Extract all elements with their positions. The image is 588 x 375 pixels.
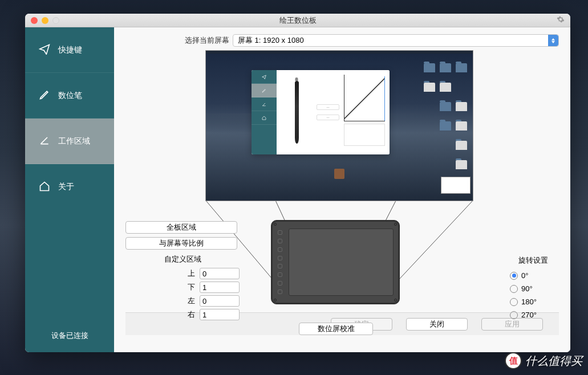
- top-label: 上: [185, 268, 195, 279]
- app-window: 绘王数位板 快捷键 数位笔 工作区域 关于 设备已连接: [25, 14, 570, 352]
- rotation-270[interactable]: 270°: [502, 311, 565, 319]
- screen-select-value: 屏幕 1: 1920 x 1080: [238, 35, 304, 46]
- right-label: 右: [185, 309, 195, 320]
- sidebar-item-label: 快捷键: [58, 45, 82, 55]
- top-field[interactable]: [200, 268, 240, 279]
- paper-plane-icon: [39, 43, 50, 56]
- right-field[interactable]: [200, 309, 240, 320]
- sidebar-item-pen[interactable]: 数位笔: [25, 73, 114, 119]
- watermark: 值 什么值得买: [505, 352, 582, 369]
- gear-icon[interactable]: [557, 15, 565, 25]
- sidebar-item-about[interactable]: 关于: [25, 164, 114, 210]
- maximize-icon[interactable]: [52, 17, 59, 24]
- window-controls: [25, 17, 59, 24]
- status-badge: 设备已连接: [25, 319, 114, 352]
- sidebar-item-shortcuts[interactable]: 快捷键: [25, 27, 114, 73]
- titlebar: 绘王数位板: [25, 14, 570, 27]
- sidebar-item-label: 工作区域: [58, 136, 90, 146]
- screen-select-label: 选择当前屏幕: [185, 35, 229, 46]
- radio-icon: [510, 298, 518, 306]
- bottom-field[interactable]: [200, 282, 240, 293]
- radio-icon: [510, 285, 518, 293]
- rotation-title: 旋转设置: [502, 255, 565, 266]
- chevron-updown-icon: [548, 35, 558, 46]
- sidebar-item-workarea[interactable]: 工作区域: [25, 119, 114, 164]
- left-field[interactable]: [200, 295, 240, 307]
- screen-select[interactable]: 屏幕 1: 1920 x 1080: [233, 34, 559, 47]
- content-pane: 选择当前屏幕 屏幕 1: 1920 x 1080: [114, 27, 570, 352]
- close-button[interactable]: 关闭: [406, 318, 468, 331]
- tablet-preview[interactable]: [271, 220, 400, 304]
- bottom-label: 下: [185, 282, 195, 292]
- screen-ratio-button[interactable]: 与屏幕等比例: [125, 237, 237, 250]
- rotation-90[interactable]: 90°: [502, 284, 565, 293]
- watermark-badge: 值: [505, 352, 522, 369]
- sidebar-item-label: 关于: [58, 182, 74, 192]
- page-title: 绘王数位板: [279, 15, 317, 26]
- rotation-0[interactable]: 0°: [502, 271, 565, 280]
- area-controls: 全板区域 与屏幕等比例 自定义区域 上 下 左 右: [125, 221, 240, 323]
- angle-icon: [39, 134, 50, 148]
- close-icon[interactable]: [31, 17, 38, 24]
- minimize-icon[interactable]: [42, 17, 48, 24]
- monitor-preview[interactable]: ——: [205, 50, 473, 201]
- calibrate-button[interactable]: 数位屏校准: [299, 323, 373, 335]
- rotation-180[interactable]: 180°: [502, 297, 565, 306]
- watermark-text: 什么值得买: [525, 353, 582, 369]
- mapping-preview: ——: [125, 50, 559, 312]
- radio-icon: [510, 272, 518, 280]
- left-label: 左: [185, 296, 195, 306]
- mini-window: ——: [252, 70, 390, 154]
- pen-icon: [39, 89, 50, 102]
- home-icon: [39, 181, 50, 194]
- sidebar: 快捷键 数位笔 工作区域 关于 设备已连接: [25, 27, 114, 352]
- full-area-button[interactable]: 全板区域: [125, 221, 237, 234]
- custom-area-title: 自定义区域: [125, 254, 240, 264]
- sidebar-item-label: 数位笔: [58, 91, 82, 101]
- radio-icon: [510, 311, 518, 319]
- rotation-group: 旋转设置 0° 90° 180° 270°: [502, 255, 565, 324]
- desktop-icons: [416, 55, 473, 196]
